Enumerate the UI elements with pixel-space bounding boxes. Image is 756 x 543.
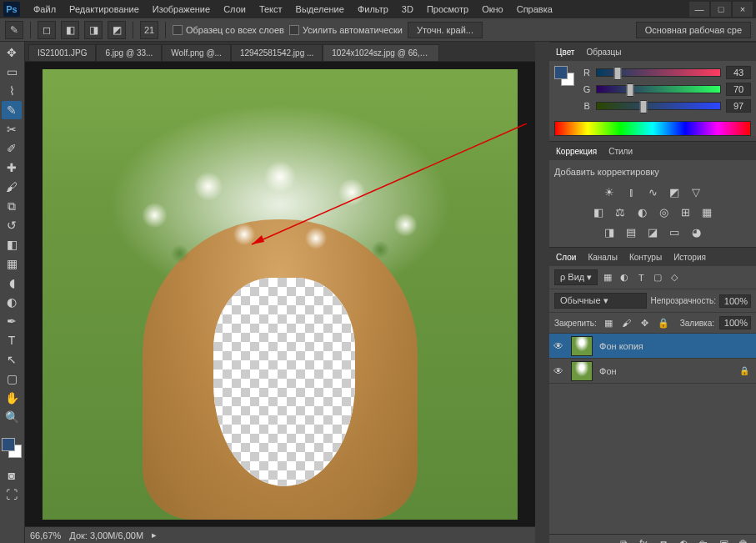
visibility-toggle-icon[interactable]: 👁 [549,365,568,377]
healing-tool[interactable]: ✚ [2,158,22,177]
blur-tool[interactable]: ◖ [2,274,22,292]
refine-edge-button[interactable]: Уточн. край... [408,22,483,38]
dodge-tool[interactable]: ◐ [2,293,22,311]
new-selection-icon[interactable]: ◻ [38,21,56,39]
visibility-toggle-icon[interactable]: 👁 [549,340,568,352]
document-tab[interactable]: IS21001.JPG [28,44,96,61]
layer-thumbnail[interactable] [571,361,593,381]
menu-edit[interactable]: Редактирование [63,2,146,17]
selective-color-icon[interactable]: ◕ [688,224,704,239]
stamp-tool[interactable]: ⧉ [2,197,22,215]
pen-tool[interactable]: ✒ [2,312,22,330]
quick-selection-tool[interactable]: ✎ [2,101,22,119]
layer-row[interactable]: 👁 Фон 🔒 [549,359,756,384]
canvas[interactable] [43,69,518,520]
marquee-tool[interactable]: ▭ [2,63,22,81]
filter-adjust-icon[interactable]: ◐ [618,271,631,284]
gradient-tool[interactable]: ▦ [2,254,22,273]
photo-filter-icon[interactable]: ◎ [655,204,672,219]
filter-smart-icon[interactable]: ◇ [668,271,681,284]
filter-type-icon[interactable]: T [634,271,648,284]
menu-file[interactable]: Файл [27,2,63,17]
subtract-selection-icon[interactable]: ◨ [84,21,103,39]
fill-input[interactable]: 100% [719,316,751,329]
tool-preset-icon[interactable]: ✎ [5,21,23,39]
filter-shape-icon[interactable]: ▢ [651,271,664,284]
auto-enhance-checkbox[interactable]: Усилить автоматически [289,25,403,35]
hsl-icon[interactable]: ◧ [590,204,607,219]
styles-tab[interactable]: Стили [607,145,634,158]
color-spectrum[interactable] [554,121,751,136]
quick-mask-tool[interactable]: ◙ [2,466,22,485]
document-tab[interactable]: 12942581542.jpg ... [231,44,323,61]
collapsed-panels-strip[interactable] [535,42,549,543]
window-close-button[interactable]: × [733,2,753,17]
lock-transparency-icon[interactable]: ▦ [602,316,615,329]
history-tab[interactable]: История [672,251,708,264]
brightness-icon[interactable]: ☀ [601,184,618,199]
new-group-icon[interactable]: 🗀 [696,536,711,544]
layer-filter-select[interactable]: ρ Вид ▾ [554,269,598,285]
lock-all-icon[interactable]: 🔒 [657,316,670,329]
layer-thumbnail[interactable] [571,336,593,356]
menu-help[interactable]: Справка [510,2,559,17]
link-layers-icon[interactable]: ⧉ [616,536,631,544]
gradient-map-icon[interactable]: ▭ [666,224,683,239]
brush-tool[interactable]: 🖌 [2,178,22,196]
posterize-icon[interactable]: ▤ [623,224,639,239]
zoom-level[interactable]: 66,67% [30,530,61,540]
r-slider[interactable] [596,68,721,77]
g-value-input[interactable]: 70 [726,83,751,96]
window-maximize-button[interactable]: □ [711,2,731,17]
delete-layer-icon[interactable]: 🗑 [736,536,751,544]
exposure-icon[interactable]: ◩ [666,184,683,199]
move-tool[interactable]: ✥ [2,43,22,62]
threshold-icon[interactable]: ◪ [644,224,661,239]
opacity-input[interactable]: 100% [719,294,751,308]
menu-text[interactable]: Текст [253,2,289,17]
screen-mode-tool[interactable]: ⛶ [2,485,22,504]
adjustments-tab[interactable]: Коррекция [554,145,598,158]
b-value-input[interactable]: 97 [726,99,751,113]
layer-mask-icon[interactable]: ◙ [656,536,671,544]
menu-view[interactable]: Просмотр [420,2,475,17]
new-adjustment-icon[interactable]: ◐ [676,536,691,544]
channel-mixer-icon[interactable]: ⊞ [677,204,693,219]
hand-tool[interactable]: ✋ [2,389,22,407]
color-panel-swatches[interactable] [554,66,574,86]
layer-row[interactable]: 👁 Фон копия [549,334,756,359]
document-tab[interactable]: 1024x1024sz.jpg @ 66,7% (Фон копия, RGB/… [323,44,439,61]
brush-preset-icon[interactable]: 21 [140,21,158,39]
bw-icon[interactable]: ◐ [633,204,650,219]
sample-all-layers-checkbox[interactable]: Образец со всех слоев [173,25,284,35]
swatches-tab[interactable]: Образцы [584,46,623,58]
blend-mode-select[interactable]: Обычные ▾ [554,293,647,309]
filter-pixel-icon[interactable]: ▦ [601,271,614,284]
levels-icon[interactable]: ⫿ [623,184,639,199]
eraser-tool[interactable]: ◧ [2,235,22,254]
new-layer-icon[interactable]: ▣ [716,536,731,544]
invert-icon[interactable]: ◨ [601,224,618,239]
vibrance-icon[interactable]: ▽ [688,184,704,199]
curves-icon[interactable]: ∿ [644,184,661,199]
eyedropper-tool[interactable]: ✐ [2,139,22,158]
menu-3d[interactable]: 3D [395,2,420,17]
status-menu-icon[interactable]: ▸ [152,530,157,540]
b-slider[interactable] [596,102,721,110]
lock-pixels-icon[interactable]: 🖌 [620,316,633,329]
foreground-background-swatches[interactable] [2,438,22,458]
menu-select[interactable]: Выделение [289,2,351,17]
color-balance-icon[interactable]: ⚖ [612,204,628,219]
layers-tab[interactable]: Слои [554,251,578,264]
paths-tab[interactable]: Контуры [628,251,663,264]
workspace-switcher[interactable]: Основная рабочая сре [636,22,751,38]
menu-image[interactable]: Изображение [146,2,217,17]
lock-position-icon[interactable]: ✥ [638,316,652,329]
document-tab[interactable]: 6.jpg @ 33... [96,44,162,61]
lasso-tool[interactable]: ⌇ [2,82,22,100]
zoom-tool[interactable]: 🔍 [2,408,22,426]
color-tab[interactable]: Цвет [554,46,576,58]
type-tool[interactable]: T [2,331,22,349]
add-selection-icon[interactable]: ◧ [61,21,79,39]
crop-tool[interactable]: ✂ [2,120,22,138]
